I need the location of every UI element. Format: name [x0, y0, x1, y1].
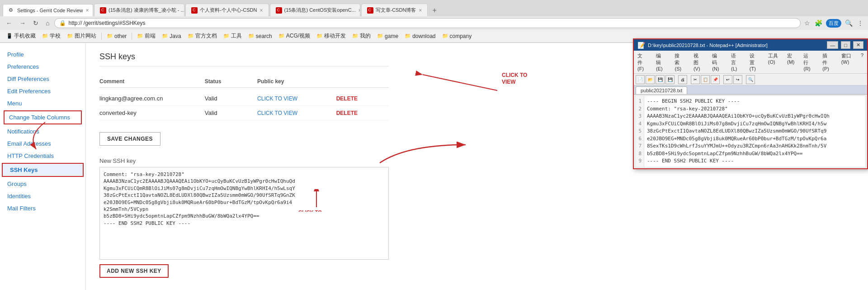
notepad-menu-file[interactable]: 文件(F)	[636, 52, 649, 72]
bookmark-docs-label: 官方文档	[195, 32, 217, 40]
sidebar-item-ssh-keys[interactable]: SSH Keys	[3, 164, 83, 176]
code-line-8: b5zBD8+SHi9ydc5opmtnLapCZfpm9NzhhBuGW/8b…	[647, 150, 863, 158]
notepad-menu-tools[interactable]: 工具(O)	[766, 52, 780, 72]
forward-button[interactable]: →	[17, 19, 28, 28]
sidebar-item-identities[interactable]: Identities	[0, 190, 85, 202]
tab-close-write[interactable]: ×	[419, 7, 422, 14]
notepad-menu-help[interactable]: ?	[859, 52, 865, 72]
bookmark-game[interactable]: 📁 game	[374, 32, 401, 40]
notepad-menu-settings[interactable]: 设置(T)	[748, 52, 761, 72]
sidebar-item-notifications[interactable]: Notifications	[0, 125, 85, 138]
toolbar-save[interactable]: 💾	[656, 75, 665, 84]
bookmark-phone[interactable]: 📱 手机收藏	[4, 31, 38, 41]
notepad-menu-encode[interactable]: 编码(N)	[710, 52, 724, 72]
notepad-menu-search[interactable]: 搜索(S)	[673, 52, 686, 72]
extensions-icon[interactable]: 🧩	[814, 19, 823, 28]
notepad-menu-macro[interactable]: 宏(M)	[785, 52, 797, 72]
code-content[interactable]: ---- BEGIN SSH2 PUBLIC KEY ---- Comment:…	[644, 96, 866, 167]
notepad-toolbar: 📄 📂 💾 💾 🖨 ✂ 📋 📌 ↩ ↪ 🔍	[634, 74, 867, 86]
sidebar-item-edit-preferences[interactable]: Edit Preferences	[0, 85, 85, 97]
toolbar-print[interactable]: 🖨	[678, 75, 687, 84]
sidebar-item-mail-filters[interactable]: Mail Filters	[0, 202, 85, 214]
toolbar-redo[interactable]: ↪	[733, 75, 742, 84]
bookmark-download-label: download	[412, 33, 435, 39]
bookmark-docs[interactable]: 📁 官方文档	[185, 31, 220, 41]
notepad-restore-button[interactable]: □	[841, 41, 850, 49]
toolbar-copy[interactable]: 📋	[701, 75, 710, 84]
toolbar-paste[interactable]: 📌	[711, 75, 720, 84]
address-bar-row: ← → ↻ ⌂ 🔒 http:// /gerrit/settings/#SSHK…	[0, 16, 868, 30]
notepad-menu-plugins[interactable]: 插件(P)	[821, 52, 834, 72]
home-button[interactable]: ⌂	[43, 19, 52, 28]
key-click-to-view-2[interactable]: CLICK TO VIEW	[257, 109, 336, 116]
tab-close-centos[interactable]: ×	[359, 7, 360, 14]
toolbar-cut[interactable]: ✂	[691, 75, 700, 84]
notepad-menu-run[interactable]: 运行(R)	[802, 52, 815, 72]
bookmark-star-icon[interactable]: ☆	[803, 19, 811, 28]
notepad-menu-view[interactable]: 视图(V)	[692, 52, 705, 72]
toolbar-open[interactable]: 📂	[646, 75, 655, 84]
bookmark-mobile[interactable]: 📁 移动开发	[314, 31, 349, 41]
notepad-file-tab[interactable]: public20210728.txt	[636, 86, 687, 94]
line-num-2: 2	[636, 105, 643, 113]
sidebar-item-preferences[interactable]: Preferences	[0, 61, 85, 73]
notepad-title: D:\key\public20210728.txt - Notepad++ [A…	[648, 43, 768, 48]
click-to-view-link-2[interactable]: CLICK TO VIEW	[257, 110, 297, 116]
bookmark-search[interactable]: 📁 search	[245, 32, 275, 40]
bookmark-frontend[interactable]: 📁 前端	[134, 31, 158, 41]
bookmark-images[interactable]: 📁 图片网站	[64, 31, 99, 41]
delete-button-1[interactable]: DELETE	[336, 95, 358, 102]
sidebar-item-change-table-columns[interactable]: Change Table Columns	[5, 111, 81, 124]
key-click-to-view-1[interactable]: CLICK TO VIEW	[257, 95, 336, 102]
bookmark-school[interactable]: 📁 学校	[39, 31, 63, 41]
folder-icon: 📁	[42, 33, 48, 39]
bookmark-other[interactable]: 📁 other	[104, 32, 129, 40]
reload-button[interactable]: ↻	[31, 19, 41, 28]
bookmark-mine[interactable]: 📁 我的	[349, 31, 373, 41]
toolbar-find[interactable]: 🔍	[746, 75, 755, 84]
code-line-3: AAAAB3NzaC1yc2EAAAABJQAAAQEAi1ObKYO+ucQy…	[647, 113, 863, 120]
notepad-close-button[interactable]: ✕	[853, 41, 863, 49]
sidebar-item-profile[interactable]: Profile	[0, 48, 85, 61]
bookmark-java[interactable]: 📁 Java	[159, 32, 184, 40]
new-tab-button[interactable]: +	[429, 5, 440, 16]
bookmark-mine-label: 我的	[360, 32, 371, 40]
bookmark-acg[interactable]: 📁 ACG/视频	[276, 31, 313, 41]
toolbar-new[interactable]: 📄	[636, 75, 645, 84]
notepad-minimize-button[interactable]: —	[827, 41, 838, 49]
notepad-menu-lang[interactable]: 语言(L)	[729, 52, 742, 72]
bookmark-company[interactable]: 📁 company	[439, 32, 475, 40]
delete-button-2[interactable]: DELETE	[336, 110, 358, 116]
tab-write[interactable]: C 写文章-CSDN博客 ×	[361, 4, 428, 16]
toolbar-save-all[interactable]: 💾	[665, 75, 675, 84]
sidebar-item-diff-preferences[interactable]: Diff Preferences	[0, 73, 85, 85]
ssh-textarea[interactable]: Comment: "rsa-key-20210728" AAAAB3NzaC1y…	[100, 167, 326, 258]
notepad-menu-edit[interactable]: 编辑(E)	[654, 52, 667, 72]
tab-csdn1[interactable]: C (15条消息) 凌康的博客_凌小鸵 - ... ×	[94, 4, 184, 16]
save-changes-button[interactable]: SAVE CHANGES	[99, 132, 160, 146]
tab-close-settings[interactable]: ×	[86, 7, 89, 14]
tab-profile[interactable]: C 个人资料-个人中心-CSDN ×	[185, 4, 269, 16]
click-to-view-link-1[interactable]: CLICK TO VIEW	[257, 95, 297, 102]
tab-close-profile[interactable]: ×	[260, 7, 263, 14]
more-icon[interactable]: ⋮	[856, 19, 864, 28]
bookmark-download[interactable]: 📁 download	[402, 32, 438, 40]
sidebar-item-menu[interactable]: Menu	[0, 97, 85, 109]
tab-centos[interactable]: C (15条消息) CentOS安装openC... ×	[270, 4, 360, 16]
sidebar-item-email-addresses[interactable]: Email Addresses	[0, 138, 85, 150]
bookmark-tools[interactable]: 📁 工具	[221, 31, 245, 41]
add-new-ssh-key-button[interactable]: ADD NEW SSH KEY	[99, 264, 169, 278]
tab-settings[interactable]: ⚙ Settings - Gerrit Code Review ×	[3, 4, 93, 16]
sidebar-item-groups[interactable]: Groups	[0, 178, 85, 190]
back-button[interactable]: ←	[4, 19, 14, 28]
address-bar[interactable]: 🔒 http:// /gerrit/settings/#SSHKeys	[54, 18, 801, 28]
account-icon[interactable]: 百度	[826, 19, 841, 28]
tab-favicon-csdn1: C	[100, 7, 106, 14]
search-icon[interactable]: 🔍	[844, 19, 854, 28]
sidebar-item-http-credentials[interactable]: HTTP Credentials	[0, 150, 85, 162]
notepad-app-icon: 📝	[637, 42, 645, 49]
key-delete-1[interactable]: DELETE	[336, 95, 389, 102]
toolbar-undo[interactable]: ↩	[723, 75, 732, 84]
notepad-menu-window[interactable]: 窗口(W)	[840, 52, 854, 72]
key-delete-2[interactable]: DELETE	[336, 110, 389, 116]
